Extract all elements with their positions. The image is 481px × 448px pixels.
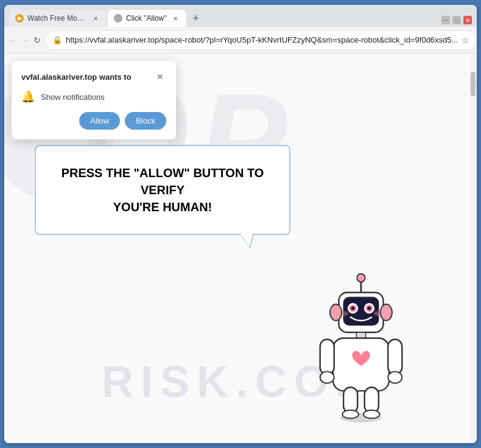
tab1-title: Watch Free Movies - 123movie	[27, 14, 87, 23]
tab2-close-button[interactable]: ✕	[170, 13, 180, 23]
browser-window: ▶ Watch Free Movies - 123movie ✕ Click "…	[4, 5, 477, 443]
url-text: https://vvfal.alaskariver.top/space-robo…	[66, 35, 458, 44]
bookmark-icon[interactable]: ☆	[462, 35, 469, 45]
content-area: P RISK.COM vvfal.alaskariver.top wants t…	[4, 54, 477, 443]
svg-point-23	[388, 371, 402, 383]
robot-svg	[306, 270, 416, 422]
popup-header: vvfal.alaskariver.top wants to ✕	[21, 71, 166, 83]
block-button[interactable]: Block	[125, 112, 166, 130]
window-controls: ─ □ ✕	[441, 16, 472, 27]
popup-close-button[interactable]: ✕	[154, 71, 166, 83]
svg-point-16	[330, 304, 342, 321]
popup-buttons: Allow Block	[21, 112, 166, 130]
bubble-line1: PRESS THE "ALLOW" BUTTON TO VERIFY	[61, 166, 264, 197]
tab-click-allow[interactable]: Click "Allow" ✕	[108, 10, 186, 27]
svg-rect-20	[320, 339, 334, 374]
svg-point-27	[363, 410, 380, 418]
scrollbar[interactable]	[469, 54, 477, 443]
svg-point-5	[357, 274, 365, 282]
svg-point-21	[320, 371, 334, 383]
robot-character	[306, 270, 428, 425]
address-bar[interactable]: 🔒 https://vvfal.alaskariver.top/space-ro…	[44, 30, 477, 50]
title-bar: ▶ Watch Free Movies - 123movie ✕ Click "…	[4, 5, 477, 27]
lock-icon: 🔒	[52, 35, 62, 44]
maximize-button[interactable]: □	[452, 16, 461, 24]
nav-bar: ← → ↻ 🔒 https://vvfal.alaskariver.top/sp…	[4, 27, 477, 54]
svg-rect-26	[365, 387, 379, 413]
tab-watch-movies[interactable]: ▶ Watch Free Movies - 123movie ✕	[9, 10, 107, 27]
tab1-favicon: ▶	[15, 14, 24, 23]
bell-icon: 🔔	[21, 90, 35, 103]
minimize-button[interactable]: ─	[441, 16, 450, 24]
tabs-area: ▶ Watch Free Movies - 123movie ✕ Click "…	[9, 5, 441, 27]
new-tab-button[interactable]: +	[188, 10, 205, 27]
forward-button[interactable]: →	[21, 32, 30, 49]
speech-bubble: PRESS THE "ALLOW" BUTTON TO VERIFY YOU'R…	[35, 145, 290, 235]
svg-point-17	[381, 304, 392, 321]
scrollbar-thumb[interactable]	[471, 72, 476, 96]
bubble-text: PRESS THE "ALLOW" BUTTON TO VERIFY YOU'R…	[60, 164, 265, 215]
close-icon: ✕	[156, 72, 164, 82]
tab2-title: Click "Allow"	[126, 14, 167, 23]
bubble-line2: YOU'RE HUMAN!	[113, 200, 212, 214]
svg-point-25	[342, 410, 359, 418]
svg-rect-18	[356, 332, 365, 338]
speech-bubble-area: PRESS THE "ALLOW" BUTTON TO VERIFY YOU'R…	[35, 145, 290, 235]
svg-rect-24	[343, 387, 357, 413]
allow-button[interactable]: Allow	[79, 112, 120, 130]
popup-permission-row: 🔔 Show notifications	[21, 90, 166, 103]
permission-label: Show notifications	[41, 93, 105, 102]
svg-rect-22	[388, 339, 402, 374]
close-window-button[interactable]: ✕	[463, 16, 472, 24]
tab2-favicon	[114, 14, 122, 23]
reload-button[interactable]: ↻	[33, 32, 41, 49]
back-button[interactable]: ←	[9, 32, 18, 49]
svg-point-13	[368, 307, 371, 310]
notification-popup: vvfal.alaskariver.top wants to ✕ 🔔 Show …	[12, 61, 176, 139]
svg-point-12	[351, 307, 355, 310]
popup-title: vvfal.alaskariver.top wants to	[21, 72, 132, 82]
tab1-close-button[interactable]: ✕	[91, 13, 100, 23]
